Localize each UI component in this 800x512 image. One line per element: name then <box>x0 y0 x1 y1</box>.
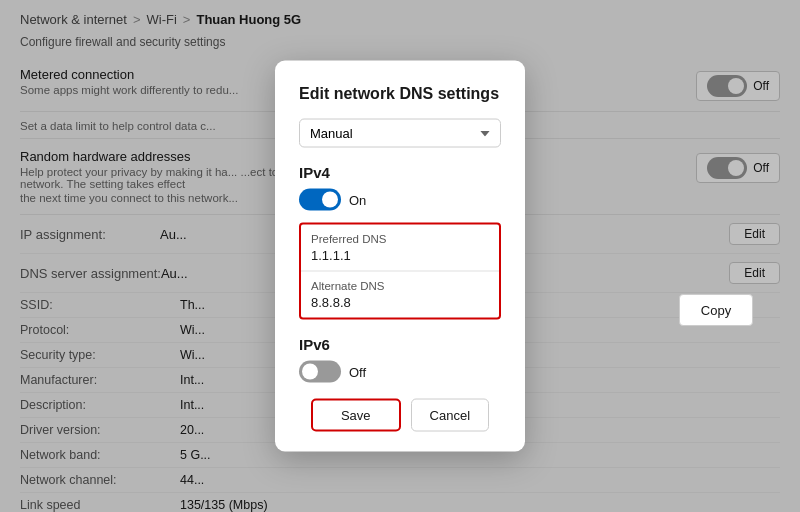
alternate-dns-label: Alternate DNS <box>311 280 489 292</box>
save-button[interactable]: Save <box>311 399 401 432</box>
preferred-dns-label: Preferred DNS <box>311 233 489 245</box>
preferred-dns-input[interactable] <box>311 248 489 263</box>
copy-button[interactable]: Copy <box>679 294 753 326</box>
dialog-footer: Save Cancel <box>299 399 501 432</box>
ipv6-toggle-label: Off <box>349 364 366 379</box>
ipv4-toggle[interactable] <box>299 189 341 211</box>
preferred-dns-field: Preferred DNS <box>301 225 499 271</box>
dns-fields-box: Preferred DNS Alternate DNS <box>299 223 501 320</box>
alternate-dns-field: Alternate DNS <box>301 272 499 318</box>
ipv4-toggle-row: On <box>299 189 501 211</box>
edit-dns-dialog: Edit network DNS settings Manual Automat… <box>275 61 525 452</box>
dns-mode-select[interactable]: Manual Automatic (DHCP) <box>299 119 501 148</box>
dialog-title: Edit network DNS settings <box>299 85 501 103</box>
alternate-dns-input[interactable] <box>311 295 489 310</box>
ipv6-toggle-row: Off <box>299 361 501 383</box>
ipv6-toggle[interactable] <box>299 361 341 383</box>
ipv4-toggle-label: On <box>349 192 366 207</box>
ipv4-header: IPv4 <box>299 164 501 181</box>
ipv6-header: IPv6 <box>299 336 501 353</box>
cancel-button[interactable]: Cancel <box>411 399 489 432</box>
